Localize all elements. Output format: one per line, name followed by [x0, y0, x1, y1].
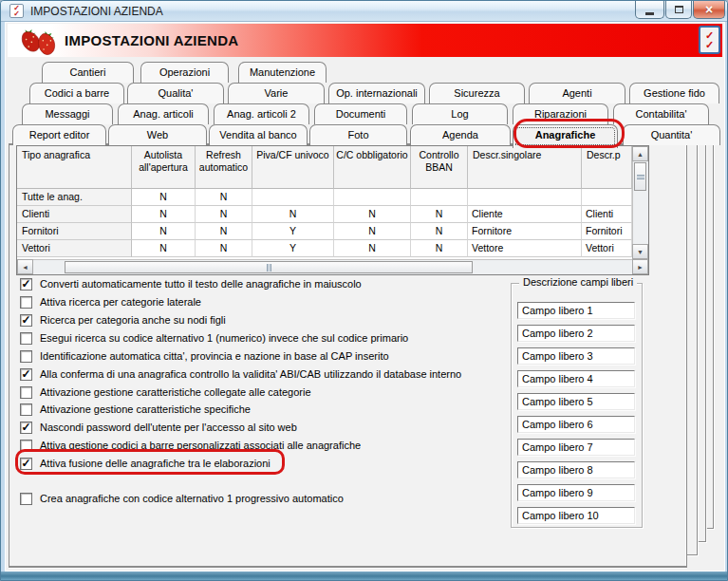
grid-cell-clienti-4[interactable]: N	[411, 206, 468, 223]
grid-cell-tutte-le-anag-2[interactable]	[252, 189, 334, 206]
grid-cell-tutte-le-anag-0[interactable]: N	[132, 189, 196, 206]
checkbox-row-converti-automaticamente-tutto-il-testo-[interactable]: ✓Converti automaticamente tutto il testo…	[20, 276, 362, 291]
grid-cell-clienti-0[interactable]: N	[132, 206, 196, 223]
grid-cell-vettori-5[interactable]: Vettore	[468, 240, 582, 257]
minimize-button[interactable]	[635, 1, 664, 19]
grid-cell-tutte-le-anag-4[interactable]	[411, 189, 468, 206]
grid-cell-fornitori-3[interactable]: N	[334, 223, 411, 240]
grid-cell-tutte-le-anag-3[interactable]	[334, 189, 411, 206]
checkbox-unchecked[interactable]	[20, 403, 32, 416]
checkbox-row-nascondi-password-dell-utente-per-l-acce[interactable]: ✓Nascondi password dell'utente per l'acc…	[20, 420, 297, 435]
campo-libero-input-4[interactable]	[517, 370, 635, 387]
checkbox-unchecked[interactable]	[20, 440, 32, 452]
checkbox-row-attivazione-gestione-caratteristiche-col[interactable]: Attivazione gestione caratteristiche col…	[20, 384, 311, 400]
campo-libero-input-10[interactable]	[517, 507, 635, 524]
checkbox-row-identificazione-automatica-citta-provinc[interactable]: Identificazione automatica citta', provi…	[20, 348, 389, 364]
campo-libero-input-3[interactable]	[517, 347, 635, 365]
grid-cell-vettori-3[interactable]: N	[334, 240, 411, 257]
tab-agenti[interactable]: Agenti	[529, 83, 625, 103]
tab-sicurezza[interactable]: Sicurezza	[429, 83, 525, 103]
tab-manutenzione[interactable]: Manutenzione	[238, 62, 327, 83]
checkbox-row-ricerca-per-categoria-anche-su-nodi-figl[interactable]: ✓Ricerca per categoria anche su nodi fig…	[20, 312, 226, 328]
scroll-up-button[interactable]: ▲	[632, 146, 648, 161]
checkbox-row-crea-anagrafiche-con-codice-alternativo-[interactable]: Crea anagrafiche con codice alternativo …	[20, 491, 344, 506]
tab-log[interactable]: Log	[412, 103, 508, 124]
campo-libero-input-7[interactable]	[517, 439, 635, 456]
checkbox-checked[interactable]: ✓	[20, 314, 32, 327]
campo-libero-input-9[interactable]	[517, 484, 635, 501]
grid-cell-clienti-5[interactable]: Cliente	[468, 206, 582, 223]
tab-web[interactable]: Web	[108, 124, 207, 145]
checkbox-row-attiva-ricerca-per-categorie-laterale[interactable]: Attiva ricerca per categorie laterale	[20, 294, 201, 309]
tab-qualita[interactable]: Qualita'	[127, 83, 224, 103]
tab-messaggi[interactable]: Messaggi	[22, 103, 113, 124]
checkbox-row-attiva-gestione-codici-a-barre-personali[interactable]: Attiva gestione codici a barre personali…	[20, 438, 361, 453]
scroll-down-button[interactable]: ▼	[632, 244, 648, 259]
grid-vertical-scrollbar[interactable]: ▲ ▼	[632, 146, 648, 259]
tab-riparazioni[interactable]: Riparazioni	[513, 103, 608, 124]
checkbox-unchecked[interactable]	[20, 386, 32, 399]
checkbox-checked[interactable]: ✓	[20, 422, 32, 434]
checkbox-unchecked[interactable]	[20, 493, 32, 505]
grid-cell-fornitori-0[interactable]: N	[132, 223, 196, 240]
tab-quantita[interactable]: Quantita'	[623, 124, 720, 145]
campo-libero-input-2[interactable]	[517, 325, 635, 342]
scroll-left-button[interactable]: ◄	[17, 259, 33, 274]
grid-cell-fornitori-2[interactable]: Y	[252, 223, 334, 240]
grid-cell-tutte-le-anag-6[interactable]	[582, 189, 632, 206]
checkbox-unchecked[interactable]	[20, 350, 32, 363]
campo-libero-input-6[interactable]	[517, 416, 635, 433]
checkbox-row-attiva-fusione-delle-anagrafiche-tra-le-[interactable]: ✓Attiva fusione delle anagrafiche tra le…	[20, 456, 271, 471]
row-label-clienti[interactable]: Clienti	[17, 206, 132, 223]
tab-anag-articoli-2[interactable]: Anag. articoli 2	[214, 103, 309, 124]
scroll-right-button[interactable]: ►	[632, 259, 648, 274]
grid-cell-vettori-4[interactable]: N	[411, 240, 468, 257]
tab-anag-articoli[interactable]: Anag. articoli	[118, 103, 209, 124]
checkbox-unchecked[interactable]	[20, 332, 32, 345]
tab-operazioni[interactable]: Operazioni	[140, 62, 229, 83]
grid-cell-vettori-1[interactable]: N	[196, 240, 252, 257]
tab-op-internazionali[interactable]: Op. internazionali	[328, 83, 425, 103]
tab-agenda[interactable]: Agenda	[410, 124, 511, 145]
checkbox-checked[interactable]: ✓	[20, 278, 32, 290]
tab-contabilita[interactable]: Contabilita'	[613, 103, 709, 124]
checkbox-unchecked[interactable]	[20, 296, 32, 309]
vertical-scroll-thumb[interactable]	[634, 162, 646, 191]
tab-documenti[interactable]: Documenti	[314, 103, 407, 124]
tab-codici-a-barre[interactable]: Codici a barre	[29, 83, 124, 103]
tab-gestione-fido[interactable]: Gestione fido	[629, 83, 719, 103]
grid-horizontal-scrollbar[interactable]: ◄ ►	[17, 259, 648, 274]
checkbox-row-attivazione-gestione-caratteristiche-spe[interactable]: Attivazione gestione caratteristiche spe…	[20, 402, 251, 417]
grid-cell-clienti-1[interactable]: N	[196, 206, 252, 223]
grid-cell-fornitori-1[interactable]: N	[196, 223, 252, 240]
row-label-vettori[interactable]: Vettori	[17, 240, 132, 257]
tab-report-editor[interactable]: Report editor	[12, 124, 106, 145]
campo-libero-input-1[interactable]	[517, 302, 635, 319]
campo-libero-input-5[interactable]	[517, 393, 635, 410]
tab-vendita-al-banco[interactable]: Vendita al banco	[209, 124, 308, 145]
grid-cell-tutte-le-anag-1[interactable]: N	[196, 189, 252, 206]
grid-cell-fornitori-6[interactable]: Fornitori	[582, 223, 632, 240]
checkbox-row-alla-conferma-di-una-anagrafica-controll[interactable]: ✓Alla conferma di una anagrafica control…	[20, 366, 461, 382]
titlebar[interactable]: ✓ ✓ IMPOSTAZIONI AZIENDA ×	[1, 1, 728, 22]
tab-cantieri[interactable]: Cantieri	[42, 62, 134, 83]
tab-foto[interactable]: Foto	[309, 124, 407, 145]
row-label-fornitori[interactable]: Fornitori	[17, 223, 132, 240]
checkbox-row-esegui-ricerca-su-codice-alternativo-1-n[interactable]: Esegui ricerca su codice alternativo 1 (…	[20, 330, 408, 346]
grid-cell-clienti-6[interactable]: Clienti	[582, 206, 632, 223]
grid-cell-vettori-0[interactable]: N	[132, 240, 196, 257]
checkbox-checked[interactable]: ✓	[20, 368, 32, 381]
settings-checklist-button[interactable]: ✓ ✓	[699, 26, 720, 54]
maximize-button[interactable]	[665, 1, 692, 19]
grid-cell-fornitori-4[interactable]: N	[411, 223, 468, 240]
checkbox-checked[interactable]: ✓	[20, 458, 32, 470]
tab-anagrafiche[interactable]: Anagrafiche	[513, 124, 618, 148]
grid-cell-fornitori-5[interactable]: Fornitore	[468, 223, 582, 240]
campo-libero-input-8[interactable]	[517, 461, 635, 478]
grid-cell-clienti-2[interactable]: N	[252, 206, 334, 223]
grid-cell-tutte-le-anag-5[interactable]	[468, 189, 582, 206]
grid-cell-clienti-3[interactable]: N	[334, 206, 411, 223]
grid-cell-vettori-2[interactable]: Y	[252, 240, 334, 257]
close-button[interactable]: ×	[693, 1, 725, 19]
row-label-tutte-le-anag[interactable]: Tutte le anag.	[17, 189, 132, 206]
